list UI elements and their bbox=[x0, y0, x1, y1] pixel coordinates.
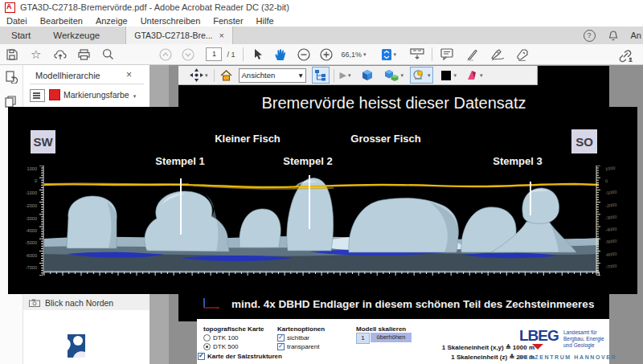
title-bar: GTA3D-C2718-Bremervörde.pdf - Adobe Acro… bbox=[0, 0, 643, 14]
share-link-icon bbox=[617, 50, 633, 63]
3d-home-view-button[interactable] bbox=[219, 67, 234, 83]
views-dropdown[interactable]: Ansichten ▾ bbox=[239, 68, 306, 83]
fit-page-button[interactable]: ▾ bbox=[381, 46, 397, 63]
marking-color-label[interactable]: Markierungsfarbe ▾ bbox=[63, 90, 136, 100]
search-icon bbox=[102, 48, 114, 60]
tab-close-icon[interactable]: × bbox=[219, 31, 224, 40]
home-icon bbox=[220, 70, 232, 81]
page-total-label: / 1 bbox=[227, 51, 235, 59]
plus-circle-icon bbox=[320, 48, 333, 61]
tab-bar: Start Werkzeuge GTA3D-C2718-Bre... × ? A… bbox=[0, 27, 643, 44]
sign-in-label[interactable]: An bbox=[631, 31, 641, 40]
page-thumbnails-icon[interactable] bbox=[5, 96, 17, 108]
search-button[interactable] bbox=[102, 46, 114, 63]
fit-width-icon bbox=[409, 48, 425, 61]
exaggerate-button[interactable]: überhöhen bbox=[371, 333, 412, 342]
marking-color-swatch[interactable] bbox=[49, 89, 60, 100]
menu-datei[interactable]: Datei bbox=[0, 16, 34, 26]
black-color-swatch bbox=[441, 71, 451, 80]
previous-page-button[interactable] bbox=[159, 46, 172, 63]
next-page-button[interactable] bbox=[182, 46, 195, 63]
panel-options-icon[interactable] bbox=[30, 89, 45, 102]
chevron-down-icon: ▾ bbox=[133, 93, 137, 99]
ink-stamp-icon bbox=[516, 48, 530, 61]
menu-bearbeiten[interactable]: Bearbeiten bbox=[34, 16, 89, 26]
fountain-pen-icon bbox=[490, 48, 505, 60]
save-button[interactable] bbox=[6, 46, 18, 63]
tabbar-right-group: ? An bbox=[584, 27, 643, 44]
checkbox-salt-map[interactable]: Karte der Salzstrukturen bbox=[198, 353, 282, 360]
menu-bar: Datei Bearbeiten Anzeige Unterschreiben … bbox=[0, 14, 643, 27]
share-link-button[interactable] bbox=[617, 47, 633, 65]
chevron-down-icon: ▾ bbox=[299, 71, 303, 80]
tab-document-active[interactable]: GTA3D-C2718-Bre... × bbox=[125, 27, 233, 44]
view-north-button[interactable]: Blick nach Norden bbox=[23, 295, 149, 310]
zoom-level-dropdown[interactable]: 66,1%▾ bbox=[341, 46, 366, 63]
tab-werkzeuge[interactable]: Werkzeuge bbox=[42, 31, 111, 40]
print-button[interactable] bbox=[78, 46, 90, 63]
menu-fenster[interactable]: Fenster bbox=[207, 16, 249, 26]
lbeg-wave-logo bbox=[68, 334, 85, 358]
comment-button[interactable] bbox=[440, 46, 453, 63]
radio-dtk500[interactable]: DTK 500 bbox=[203, 343, 239, 350]
lighting-button[interactable]: ▾ bbox=[410, 67, 433, 84]
sign-button[interactable] bbox=[490, 46, 505, 63]
page-number-input[interactable]: 1 bbox=[206, 47, 222, 61]
model-tree-icon bbox=[314, 69, 327, 81]
rotate-navigation-icon bbox=[190, 68, 203, 82]
hand-tool-button-active[interactable] bbox=[274, 46, 286, 63]
chevron-down-icon: ▾ bbox=[205, 72, 208, 79]
model-tree-toggle-button[interactable] bbox=[312, 67, 330, 84]
menu-anzeige[interactable]: Anzeige bbox=[89, 16, 134, 26]
3d-rotate-tool-button[interactable]: ▾ bbox=[188, 67, 210, 83]
select-tool-button[interactable] bbox=[253, 46, 263, 63]
scale-value-field[interactable]: 1 bbox=[356, 333, 370, 344]
chevron-down-icon: ▾ bbox=[480, 72, 483, 79]
chevron-down-icon: ▾ bbox=[363, 51, 367, 58]
render-mode-button[interactable]: ▾ bbox=[382, 67, 406, 83]
fit-width-button[interactable] bbox=[409, 46, 425, 63]
fit-page-icon bbox=[381, 48, 392, 61]
chevron-down-icon: ▾ bbox=[394, 51, 397, 58]
checkbox-visible[interactable]: sichtbar bbox=[277, 334, 309, 342]
render-mode-cubes-icon bbox=[383, 69, 399, 82]
3d-canvas-overlay[interactable] bbox=[8, 107, 637, 294]
hand-icon bbox=[274, 48, 286, 61]
radio-icon bbox=[203, 334, 211, 342]
3d-play-animation-button[interactable]: ▶ ▾ bbox=[338, 67, 353, 83]
chevron-down-icon: ▾ bbox=[428, 72, 431, 79]
main-toolbar: ☆ 1 / 1 66,1%▾ ▾ bbox=[0, 44, 643, 65]
default-view-cube-button[interactable] bbox=[359, 67, 375, 83]
export-pdf-icon[interactable] bbox=[5, 71, 18, 84]
checkbox-checked-icon bbox=[277, 343, 285, 350]
notification-bell-icon[interactable] bbox=[608, 31, 618, 41]
page-down-icon bbox=[182, 48, 195, 61]
save-icon bbox=[6, 49, 18, 60]
acrobat-app-icon bbox=[5, 2, 15, 13]
divider bbox=[243, 47, 244, 61]
chevron-down-icon: ▾ bbox=[401, 72, 404, 79]
camera-icon bbox=[29, 299, 40, 307]
acrobat-window: Modellhierarchie × Markierungsfarbe ▾ Bl… bbox=[0, 0, 643, 364]
star-button[interactable]: ☆ bbox=[31, 46, 41, 63]
cloud-upload-icon bbox=[54, 49, 67, 60]
printer-icon bbox=[78, 49, 90, 60]
menu-hilfe[interactable]: Hilfe bbox=[250, 16, 281, 26]
background-color-button[interactable]: ▾ bbox=[440, 67, 459, 83]
page-up-icon bbox=[159, 48, 172, 61]
cross-section-button[interactable]: ▾ bbox=[464, 67, 485, 83]
window-title: GTA3D-C2718-Bremervörde.pdf - Adobe Acro… bbox=[20, 2, 289, 12]
menu-unterschreiben[interactable]: Unterschreiben bbox=[134, 16, 207, 26]
zoom-out-button[interactable] bbox=[297, 46, 310, 63]
checkbox-transparent[interactable]: transparent bbox=[277, 343, 319, 350]
star-icon: ☆ bbox=[31, 47, 41, 62]
tab-start[interactable]: Start bbox=[0, 31, 42, 40]
share-upload-button[interactable] bbox=[54, 46, 67, 63]
panel-close-button[interactable]: × bbox=[126, 69, 132, 80]
chevron-down-icon: ▾ bbox=[348, 72, 351, 79]
fill-sign-button[interactable] bbox=[516, 46, 530, 63]
help-icon[interactable]: ? bbox=[584, 30, 596, 42]
zoom-in-button[interactable] bbox=[320, 46, 333, 63]
highlight-button[interactable] bbox=[466, 46, 479, 63]
radio-dtk100[interactable]: DTK 100 bbox=[203, 334, 239, 342]
